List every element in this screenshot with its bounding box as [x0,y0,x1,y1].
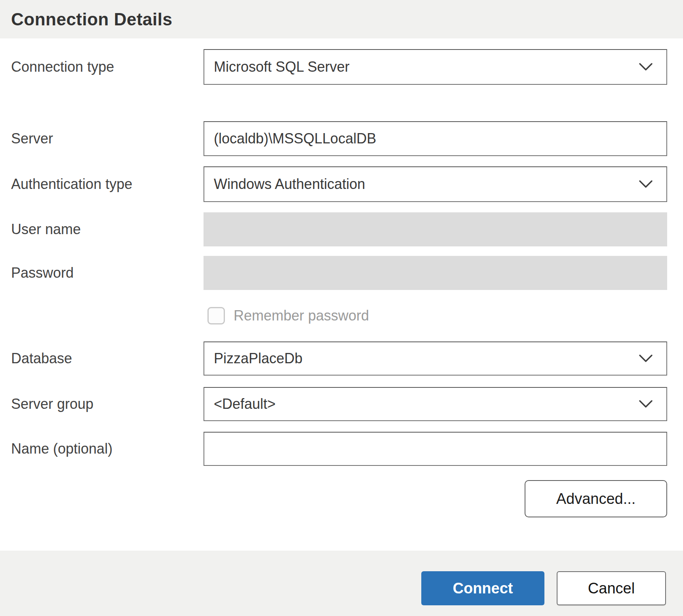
authentication-type-row: Authentication type Windows Authenticati… [0,166,683,202]
database-row: Database PizzaPlaceDb [0,341,683,376]
server-input[interactable] [204,122,666,155]
password-input-disabled [204,256,667,290]
name-optional-field-wrap [204,432,667,466]
server-group-row: Server group <Default> [0,387,683,421]
user-name-input-disabled [204,212,667,246]
chevron-down-icon [639,354,653,363]
connect-button[interactable]: Connect [421,571,544,605]
name-optional-row: Name (optional) [0,432,683,466]
remember-password-control: Remember password [207,306,369,326]
server-group-value: <Default> [214,396,276,412]
server-field-wrap [204,121,667,156]
password-row: Password [0,256,683,290]
connection-type-label: Connection type [11,49,114,85]
dialog-header: Connection Details [0,0,683,38]
server-label: Server [11,121,53,156]
connection-type-value: Microsoft SQL Server [214,59,350,75]
connection-details-dialog: Connection Details Connection type Micro… [0,0,683,616]
authentication-type-dropdown[interactable]: Windows Authentication [204,166,667,202]
database-dropdown[interactable]: PizzaPlaceDb [204,341,667,376]
authentication-type-value: Windows Authentication [214,176,365,193]
chevron-down-icon [639,63,653,71]
remember-password-row: Remember password [0,306,683,326]
chevron-down-icon [639,400,653,408]
connection-type-row: Connection type Microsoft SQL Server [0,49,683,85]
password-label: Password [11,256,74,290]
remember-password-label: Remember password [234,307,369,324]
user-name-label: User name [11,212,81,246]
chevron-down-icon [639,180,653,189]
authentication-type-label: Authentication type [11,166,132,202]
remember-password-checkbox[interactable] [207,307,225,324]
user-name-row: User name [0,212,683,246]
database-value: PizzaPlaceDb [214,350,302,367]
server-group-dropdown[interactable]: <Default> [204,387,667,421]
server-group-label: Server group [11,387,93,421]
connection-type-dropdown[interactable]: Microsoft SQL Server [204,49,667,85]
name-optional-label: Name (optional) [11,432,112,466]
dialog-title: Connection Details [11,10,173,29]
database-label: Database [11,341,72,376]
advanced-button[interactable]: Advanced... [525,480,667,517]
dialog-footer: Connect Cancel [0,551,683,616]
cancel-button[interactable]: Cancel [557,571,666,605]
server-row: Server [0,121,683,156]
name-optional-input[interactable] [204,433,666,465]
